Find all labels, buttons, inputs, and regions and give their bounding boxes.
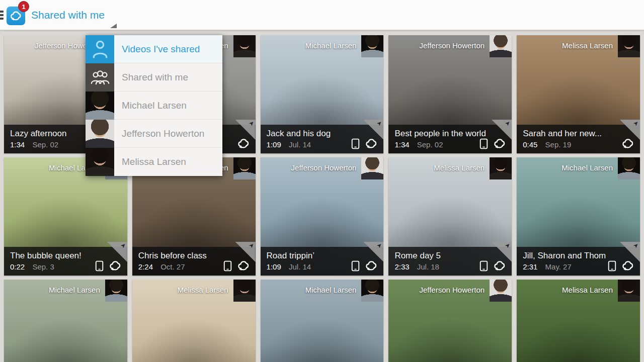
video-card[interactable]: Michael Larsen <box>4 280 127 362</box>
menu-item-videos-i-ve-shared[interactable]: Videos I've shared <box>86 35 222 63</box>
device-icon <box>351 260 360 272</box>
menu-item-label: Shared with me <box>114 63 222 92</box>
owner-avatar <box>490 35 512 57</box>
video-duration: 2:31 <box>523 262 537 271</box>
video-date: Sep. 02 <box>32 140 58 149</box>
menu-item-icon-cell <box>86 92 114 120</box>
owner-name: Melissa Larsen <box>434 163 485 172</box>
owner-name: Jefferson Howerton <box>291 163 357 172</box>
share-arrow-icon: ➤ <box>247 241 256 249</box>
video-card[interactable]: Melissa Larsen <box>517 280 640 362</box>
cloud-share-icon <box>10 10 23 22</box>
share-arrow-icon: ➤ <box>375 119 384 127</box>
group-icon <box>90 70 110 85</box>
menu-item-melissa-larsen[interactable]: Melissa Larsen <box>86 148 222 176</box>
video-duration: 1:34 <box>10 140 25 149</box>
video-card[interactable]: Michael Larsen ➤ Jack and his dog 1:09 J… <box>261 35 384 153</box>
owner-name: Michael Larsen <box>305 41 357 50</box>
owner-avatar <box>618 157 640 179</box>
share-arrow-icon: ➤ <box>504 119 512 127</box>
video-duration: 2:33 <box>394 262 409 271</box>
video-info-bar: ➤ Rome day 5 2:33 Jul. 18 <box>388 247 512 276</box>
menu-item-michael-larsen[interactable]: Michael Larsen <box>86 92 222 120</box>
video-card[interactable]: Jefferson Howerton ➤ Best people in the … <box>388 35 512 153</box>
cloud-share-icon <box>365 138 378 149</box>
share-arrow-icon: ➤ <box>631 119 640 127</box>
video-date: Oct. 27 <box>160 262 185 271</box>
video-meta: 0:45 Sep. 19 <box>523 140 634 149</box>
owner-avatar <box>490 157 512 179</box>
menu-item-avatar <box>86 148 114 176</box>
menu-item-icon-cell <box>86 120 114 148</box>
video-card[interactable]: Jefferson Howerton <box>388 280 512 362</box>
menu-icon[interactable] <box>0 11 4 20</box>
menu-item-avatar <box>86 120 114 148</box>
video-duration: 1:09 <box>267 140 281 149</box>
owner-name: Jefferson Howerton <box>419 286 485 294</box>
video-date: Sep. 02 <box>417 140 443 149</box>
person-icon <box>92 39 109 59</box>
page-title: Shared with me <box>31 9 105 21</box>
video-date: Jul. 18 <box>417 262 439 271</box>
owner-name: Melissa Larsen <box>562 41 613 50</box>
video-info-bar: ➤ Road trippin’ 1:09 Jul. 14 <box>261 247 384 276</box>
video-info-bar: ➤ Chris before class 2:24 Oct. 27 <box>132 247 256 276</box>
cloud-share-icon <box>621 138 635 149</box>
app-header: 1 Shared with me <box>0 0 644 30</box>
video-status-icons <box>351 260 378 272</box>
video-status-icons <box>351 138 378 149</box>
owner-name: Michael Larsen <box>49 286 100 294</box>
owner-avatar <box>361 157 383 179</box>
cloud-share-icon <box>109 260 122 272</box>
device-icon <box>479 138 488 149</box>
menu-item-shared-with-me[interactable]: Shared with me <box>86 63 222 92</box>
video-info-bar: ➤ Jill, Sharon and Thom 2:31 May. 27 <box>517 247 640 276</box>
video-card[interactable]: Melissa Larsen <box>132 280 256 362</box>
menu-item-label: Michael Larsen <box>114 92 222 120</box>
video-date: May. 27 <box>545 262 572 271</box>
menu-item-icon-cell <box>86 148 114 176</box>
video-info-bar: ➤ Sarah and her new... 0:45 Sep. 19 <box>517 125 640 153</box>
video-date: Jul. 14 <box>289 140 311 149</box>
video-card[interactable]: Michael Larsen <box>261 280 384 362</box>
video-duration: 1:34 <box>394 140 409 149</box>
video-status-icons <box>237 138 251 149</box>
video-info-bar: ➤ Best people in the world 1:34 Sep. 02 <box>388 125 512 153</box>
video-card[interactable]: Jefferson Howerton ➤ Road trippin’ 1:09 … <box>261 157 384 276</box>
owner-name: Michael Larsen <box>305 286 357 294</box>
video-status-icons <box>479 260 507 272</box>
video-info-bar: ➤ Jack and his dog 1:09 Jul. 14 <box>261 125 384 153</box>
menu-item-jefferson-howerton[interactable]: Jefferson Howerton <box>86 120 222 148</box>
video-duration: 0:45 <box>523 140 537 149</box>
video-date: Jul. 14 <box>289 262 311 271</box>
video-duration: 0:22 <box>10 262 25 271</box>
video-date: Sep. 3 <box>32 262 54 271</box>
video-status-icons <box>621 138 635 149</box>
menu-item-label: Melissa Larsen <box>114 148 222 176</box>
app-logo-icon[interactable]: 1 <box>7 7 25 25</box>
device-icon <box>479 260 488 272</box>
video-status-icons <box>608 260 635 272</box>
video-title: Sarah and her new... <box>523 128 634 139</box>
cloud-share-icon <box>493 138 507 149</box>
share-arrow-icon: ➤ <box>119 241 127 249</box>
owner-avatar <box>361 280 383 302</box>
cloud-share-icon <box>493 260 507 272</box>
video-card[interactable]: Michael Larsen ➤ Jill, Sharon and Thom 2… <box>517 157 640 276</box>
owner-avatar <box>361 35 383 57</box>
video-date: Sep. 19 <box>545 140 572 149</box>
video-card[interactable]: Melissa Larsen ➤ Rome day 5 2:33 Jul. 18 <box>388 157 512 276</box>
owner-avatar <box>233 157 256 179</box>
view-spinner[interactable]: Shared with me <box>31 0 105 30</box>
menu-item-label: Jefferson Howerton <box>114 120 222 148</box>
video-card[interactable]: Melissa Larsen ➤ Sarah and her new... 0:… <box>517 35 640 153</box>
cloud-share-icon <box>365 260 378 272</box>
menu-item-icon-cell <box>86 63 114 92</box>
owner-avatar <box>105 280 127 302</box>
notification-badge: 1 <box>18 1 29 12</box>
video-duration: 1:09 <box>267 262 281 271</box>
owner-name: Melissa Larsen <box>178 286 228 294</box>
device-icon <box>351 138 360 149</box>
device-icon <box>223 260 232 272</box>
menu-item-icon-cell <box>86 35 114 63</box>
